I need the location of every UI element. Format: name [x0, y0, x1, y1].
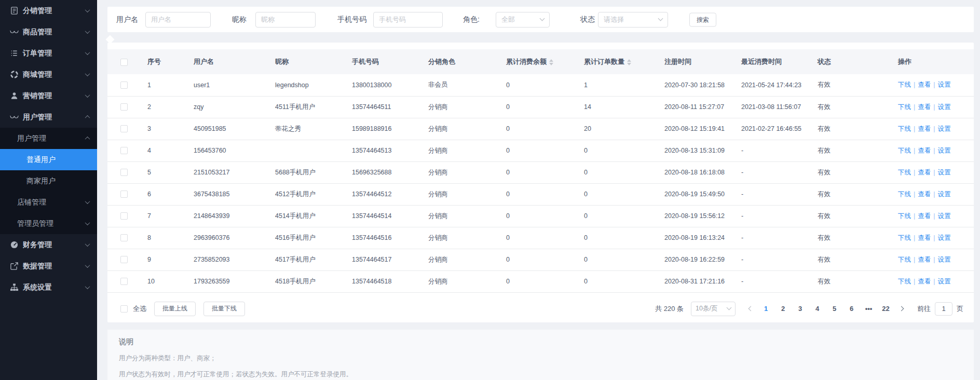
cell-role: 分销商 [426, 140, 503, 161]
sort-carets-icon[interactable] [549, 59, 553, 65]
row-checkbox[interactable] [120, 82, 128, 89]
action-view-link[interactable]: 查看 [918, 81, 931, 88]
sort-carets-icon[interactable] [627, 59, 631, 65]
action-view-link[interactable]: 查看 [918, 103, 931, 111]
action-settings-link[interactable]: 设置 [938, 147, 951, 154]
action-offline-link[interactable]: 下线 [898, 103, 911, 111]
action-view-link[interactable]: 查看 [918, 125, 931, 132]
sidebar-item-finance[interactable]: 财务管理 [0, 234, 97, 255]
action-offline-link[interactable]: 下线 [898, 169, 911, 176]
action-offline-link[interactable]: 下线 [898, 147, 911, 154]
sidebar-item-label: 系统设置 [23, 283, 86, 292]
action-settings-link[interactable]: 设置 [938, 81, 951, 88]
sidebar-item-label: 用户管理 [17, 134, 86, 143]
sidebar-item-merchant-users[interactable]: 商家用户 [0, 170, 97, 192]
search-button[interactable]: 搜索 [689, 12, 716, 26]
action-settings-link[interactable]: 设置 [938, 212, 951, 220]
action-settings-link[interactable]: 设置 [938, 169, 951, 176]
bulk-offline-button[interactable]: 批量下线 [203, 302, 245, 316]
page-number[interactable]: 22 [879, 305, 893, 313]
sidebar-item-orders[interactable]: 订单管理 [0, 43, 97, 64]
action-offline-link[interactable]: 下线 [898, 256, 911, 263]
action-separator: | [914, 191, 915, 198]
cell-register-time: 2020-08-19 16:13:24 [662, 227, 739, 249]
sidebar-subitem-user-management[interactable]: 用户管理 [0, 128, 97, 149]
chevron-down-icon [85, 71, 90, 76]
action-view-link[interactable]: 查看 [918, 147, 931, 154]
page-number[interactable]: 3 [793, 305, 807, 313]
row-checkbox[interactable] [120, 191, 128, 198]
sidebar-item-distribution[interactable]: 分销管理 [0, 0, 97, 21]
phone-input[interactable] [373, 12, 443, 28]
sidebar-subitem-shop-management[interactable]: 店铺管理 [0, 192, 97, 213]
column-header-actions: 操作 [895, 49, 974, 74]
action-settings-link[interactable]: 设置 [938, 278, 951, 285]
action-offline-link[interactable]: 下线 [898, 191, 911, 198]
action-settings-link[interactable]: 设置 [938, 234, 951, 241]
action-settings-link[interactable]: 设置 [938, 103, 951, 111]
cell-nickname: 4517手机用户 [273, 249, 349, 270]
row-checkbox[interactable] [120, 278, 128, 285]
action-view-link[interactable]: 查看 [918, 278, 931, 285]
prev-page-button[interactable] [744, 307, 757, 310]
column-header-serial: 序号 [145, 49, 191, 74]
action-settings-link[interactable]: 设置 [938, 125, 951, 132]
cell-register-time: 2020-08-12 15:19:41 [662, 118, 739, 140]
action-settings-link[interactable]: 设置 [938, 191, 951, 198]
next-page-button[interactable] [894, 307, 908, 310]
page-number[interactable]: 1 [759, 305, 773, 313]
action-view-link[interactable]: 查看 [918, 212, 931, 220]
action-offline-link[interactable]: 下线 [898, 234, 911, 241]
bulk-online-button[interactable]: 批量上线 [154, 302, 196, 316]
status-select[interactable]: 请选择 [598, 12, 668, 28]
row-checkbox[interactable] [120, 147, 128, 154]
row-checkbox[interactable] [120, 125, 128, 132]
sidebar-subitem-admin-management[interactable]: 管理员管理 [0, 213, 97, 234]
sidebar-item-settings[interactable]: 系统设置 [0, 277, 97, 298]
sidebar-item-products[interactable]: 商品管理 [0, 21, 97, 43]
page-number[interactable]: 6 [845, 305, 859, 313]
action-view-link[interactable]: 查看 [918, 191, 931, 198]
action-view-link[interactable]: 查看 [918, 169, 931, 176]
action-view-link[interactable]: 查看 [918, 256, 931, 263]
row-checkbox[interactable] [120, 212, 128, 220]
page-number[interactable]: 5 [827, 305, 841, 313]
row-checkbox[interactable] [120, 256, 128, 263]
goto-page-input[interactable] [935, 302, 952, 316]
action-offline-link[interactable]: 下线 [898, 125, 911, 132]
total-count: 共 220 条 [655, 304, 684, 314]
row-checkbox[interactable] [120, 234, 128, 241]
column-header-balance[interactable]: 累计消费余额 [503, 49, 581, 74]
action-offline-link[interactable]: 下线 [898, 278, 911, 285]
cell-role: 分销商 [426, 96, 503, 118]
header-checkbox[interactable] [120, 59, 128, 66]
column-header-username: 用户名 [191, 49, 273, 74]
action-offline-link[interactable]: 下线 [898, 212, 911, 220]
action-settings-link[interactable]: 设置 [938, 256, 951, 263]
row-checkbox[interactable] [120, 169, 128, 176]
sidebar-item-normal-users[interactable]: 普通用户 [0, 149, 97, 170]
role-select[interactable]: 全部 [496, 12, 550, 28]
page-number[interactable]: ••• [862, 305, 876, 313]
cell-balance: 0 [503, 96, 581, 118]
username-input[interactable] [145, 12, 211, 28]
export-icon [9, 262, 19, 271]
action-offline-link[interactable]: 下线 [898, 81, 911, 88]
cell-status: 有效 [815, 118, 895, 140]
sidebar-item-data[interactable]: 数据管理 [0, 255, 97, 277]
sidebar-item-mall[interactable]: 商城管理 [0, 64, 97, 85]
row-checkbox[interactable] [120, 103, 128, 111]
sidebar-item-users[interactable]: 用户管理 [0, 106, 97, 128]
sidebar-item-marketing[interactable]: 营销管理 [0, 85, 97, 106]
select-all-checkbox[interactable] [120, 305, 128, 313]
page-size-select[interactable]: 10条/页 [691, 302, 736, 316]
page-number[interactable]: 2 [776, 305, 790, 313]
action-view-link[interactable]: 查看 [918, 234, 931, 241]
cell-checkbox [107, 140, 145, 161]
page-number[interactable]: 4 [810, 305, 824, 313]
chevron-left-icon [748, 306, 753, 311]
nickname-input[interactable] [255, 12, 316, 28]
column-header-order-count[interactable]: 累计订单数量 [581, 49, 662, 74]
cell-actions: 下线|查看|设置 [895, 270, 974, 292]
action-separator: | [933, 234, 935, 241]
